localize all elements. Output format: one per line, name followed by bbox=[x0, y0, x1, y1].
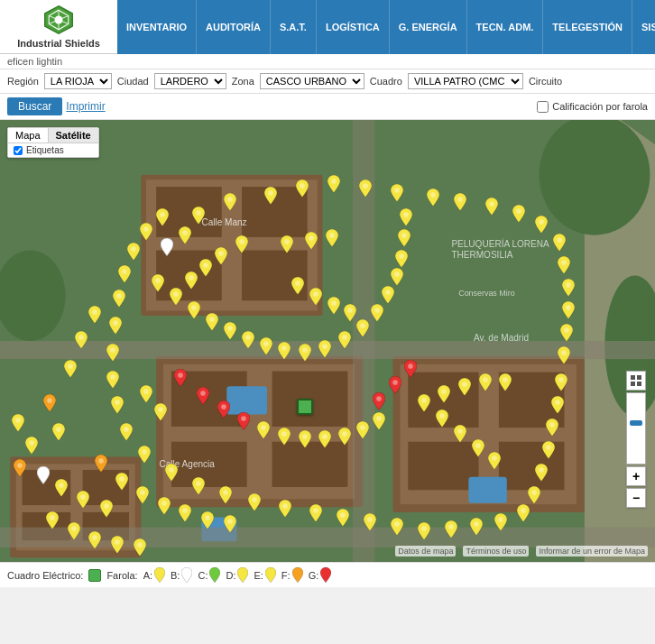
svg-rect-23 bbox=[408, 373, 478, 428]
calificacion-label: Calificación por farola bbox=[552, 101, 648, 112]
svg-rect-179 bbox=[631, 382, 635, 386]
svg-rect-180 bbox=[637, 382, 641, 386]
zoom-handle bbox=[630, 420, 642, 426]
zoom-out-button[interactable]: − bbox=[626, 488, 646, 508]
grid-icon bbox=[630, 374, 642, 387]
cuadro-label: Cuadro Eléctrico: bbox=[7, 570, 83, 581]
svg-rect-178 bbox=[637, 375, 641, 380]
calificacion-group: Calificación por farola bbox=[537, 101, 648, 113]
etiquetas-label: Etiquetas bbox=[26, 145, 64, 155]
svg-text:Calle Agencia: Calle Agencia bbox=[159, 459, 215, 469]
logo-text: Industrial Shields bbox=[17, 38, 100, 50]
svg-rect-40 bbox=[353, 120, 375, 562]
imprimir-button[interactable]: Imprimir bbox=[66, 100, 105, 113]
etiquetas-checkbox[interactable] bbox=[14, 146, 23, 155]
svg-rect-38 bbox=[0, 341, 655, 359]
svg-rect-26 bbox=[499, 442, 565, 491]
attribution-datos[interactable]: Datos de mapa bbox=[395, 546, 456, 557]
svg-rect-10 bbox=[156, 187, 222, 237]
legend-cuadro-pin bbox=[88, 569, 101, 582]
logo-area: Industrial Shields bbox=[0, 0, 117, 53]
svg-rect-27 bbox=[468, 477, 506, 503]
svg-rect-20 bbox=[226, 386, 267, 414]
map-attribution: Datos de mapa Términos de uso Informar d… bbox=[395, 546, 648, 557]
logo-icon bbox=[42, 4, 75, 36]
map-label-row: Etiquetas bbox=[8, 143, 98, 157]
zoom-controls: + − bbox=[626, 371, 646, 508]
svg-text:Conservas Miro: Conservas Miro bbox=[458, 289, 515, 298]
zoom-in-button[interactable]: + bbox=[626, 466, 646, 486]
map-background: Calle Agencia Calle Manz Av. de Madrid P… bbox=[0, 120, 655, 562]
region-select[interactable]: LA RIOJA bbox=[44, 73, 112, 89]
sub-header: eficen lightin bbox=[0, 54, 655, 69]
header: Industrial Shields INVENTARIO AUDITORÍA … bbox=[0, 0, 655, 54]
legend-item-label: G: bbox=[309, 570, 319, 581]
map-type-satelite[interactable]: Satélite bbox=[49, 128, 98, 143]
svg-rect-24 bbox=[499, 373, 565, 428]
map-type-row: Mapa Satélite bbox=[8, 128, 98, 143]
legend-item-label: E: bbox=[254, 570, 263, 581]
farola-label: Farola: bbox=[106, 570, 137, 581]
nav-inventario[interactable]: INVENTARIO bbox=[117, 0, 197, 54]
cuadro-label: Cuadro bbox=[370, 76, 402, 87]
nav-auditoria[interactable]: AUDITORÍA bbox=[197, 0, 271, 54]
action-left: Buscar Imprimir bbox=[7, 97, 106, 115]
grid-icon-btn[interactable] bbox=[626, 371, 646, 391]
svg-rect-12 bbox=[156, 250, 222, 300]
svg-text:THERMOSILIA: THERMOSILIA bbox=[451, 250, 512, 260]
legend-item-label: C: bbox=[198, 570, 208, 581]
calificacion-checkbox[interactable] bbox=[537, 101, 549, 113]
attribution-error[interactable]: Informar de un error de Mapa bbox=[536, 546, 648, 557]
svg-text:Calle Manz: Calle Manz bbox=[201, 217, 246, 227]
map-container[interactable]: Calle Agencia Calle Manz Av. de Madrid P… bbox=[0, 120, 655, 562]
svg-rect-31 bbox=[83, 470, 129, 505]
ciudad-label: Ciudad bbox=[117, 76, 149, 87]
svg-rect-19 bbox=[272, 442, 348, 487]
zoom-slider[interactable] bbox=[626, 392, 646, 465]
legend-item-label: A: bbox=[143, 570, 152, 581]
svg-rect-13 bbox=[242, 250, 308, 300]
nav-telegestion[interactable]: TELEGESTIÓN bbox=[543, 0, 632, 54]
action-bar: Buscar Imprimir Calificación por farola bbox=[0, 94, 655, 120]
legend-item: E: bbox=[254, 567, 275, 583]
legend-bar: Cuadro Eléctrico: Farola: A:B:C:D:E:F:G: bbox=[0, 562, 655, 587]
nav-sist[interactable]: SIST. bbox=[632, 0, 655, 54]
legend-item: A: bbox=[143, 567, 165, 583]
svg-point-35 bbox=[540, 120, 650, 235]
legend-item: C: bbox=[198, 567, 220, 583]
zona-label: Zona bbox=[232, 76, 254, 87]
svg-rect-11 bbox=[242, 187, 308, 237]
legend-pins: A:B:C:D:E:F:G: bbox=[143, 567, 332, 583]
legend-item: G: bbox=[309, 567, 332, 583]
svg-text:PELUQUERÍA LORENA: PELUQUERÍA LORENA bbox=[451, 238, 549, 249]
legend-item-label: B: bbox=[171, 570, 180, 581]
attribution-terminos[interactable]: Términos de uso bbox=[463, 546, 529, 557]
ciudad-select[interactable]: LARDERO bbox=[154, 73, 226, 89]
svg-rect-39 bbox=[0, 528, 655, 547]
nav-sat[interactable]: S.A.T. bbox=[271, 0, 317, 54]
legend-item-label: F: bbox=[281, 570, 291, 581]
nav-tecnadm[interactable]: TECN. ADM. bbox=[467, 0, 544, 54]
svg-rect-25 bbox=[408, 442, 478, 491]
legend-item: B: bbox=[171, 567, 192, 583]
nav-bar: INVENTARIO AUDITORÍA S.A.T. LOGÍSTICA G.… bbox=[117, 0, 655, 54]
region-label: Región bbox=[7, 76, 39, 87]
filter-bar: Región LA RIOJA Ciudad LARDERO Zona CASC… bbox=[0, 69, 655, 94]
legend-item: D: bbox=[226, 567, 248, 583]
svg-rect-177 bbox=[631, 375, 635, 380]
svg-text:Av. de Madrid: Av. de Madrid bbox=[474, 333, 529, 343]
svg-rect-17 bbox=[272, 372, 348, 427]
map-controls: Mapa Satélite Etiquetas bbox=[7, 127, 99, 158]
circuito-label: Circuito bbox=[529, 76, 562, 87]
breadcrumb-text: eficen lightin bbox=[7, 56, 62, 67]
svg-rect-30 bbox=[23, 470, 71, 505]
cuadro-select[interactable]: VILLA PATRO (CMC bbox=[408, 73, 523, 89]
buscar-button[interactable]: Buscar bbox=[7, 97, 62, 115]
nav-energia[interactable]: G. ENERGÍA bbox=[390, 0, 467, 54]
map-type-mapa[interactable]: Mapa bbox=[8, 128, 49, 143]
legend-item-label: D: bbox=[226, 570, 235, 581]
map-type-toggle: Mapa Satélite Etiquetas bbox=[7, 127, 99, 158]
legend-item: F: bbox=[281, 567, 303, 583]
nav-logistica[interactable]: LOGÍSTICA bbox=[317, 0, 390, 54]
zona-select[interactable]: CASCO URBANO bbox=[260, 73, 364, 89]
